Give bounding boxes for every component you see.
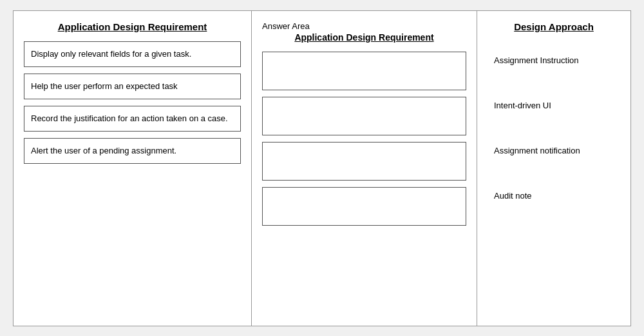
source-item-3[interactable]: Record the justification for an action t…: [24, 106, 241, 132]
source-item-1[interactable]: Display only relevant fields for a given…: [24, 41, 241, 67]
approach-item-1: Assignment Instruction: [488, 41, 620, 80]
approach-item-2: Intent-driven UI: [488, 86, 620, 125]
left-column-title: Application Design Requirement: [24, 21, 241, 32]
answer-slot-2[interactable]: [262, 97, 466, 135]
answer-slot-1[interactable]: [262, 52, 466, 90]
approach-item-4: Audit note: [488, 177, 620, 215]
right-column: Design Approach Assignment Instruction I…: [477, 11, 630, 326]
source-item-4[interactable]: Alert the user of a pending assignment.: [24, 138, 241, 164]
right-column-title: Design Approach: [488, 21, 620, 32]
main-container: Application Design Requirement Display o…: [13, 10, 631, 326]
left-column: Application Design Requirement Display o…: [14, 11, 252, 326]
answer-slot-3[interactable]: [262, 142, 466, 181]
source-item-2[interactable]: Help the user perform an expected task: [24, 74, 241, 99]
answer-slot-4[interactable]: [262, 187, 466, 226]
approach-item-3: Assignment notification: [488, 132, 620, 170]
middle-column-title: Application Design Requirement: [262, 32, 466, 43]
answer-area-label: Answer Area: [262, 21, 466, 31]
middle-column: Answer Area Application Design Requireme…: [252, 11, 477, 326]
